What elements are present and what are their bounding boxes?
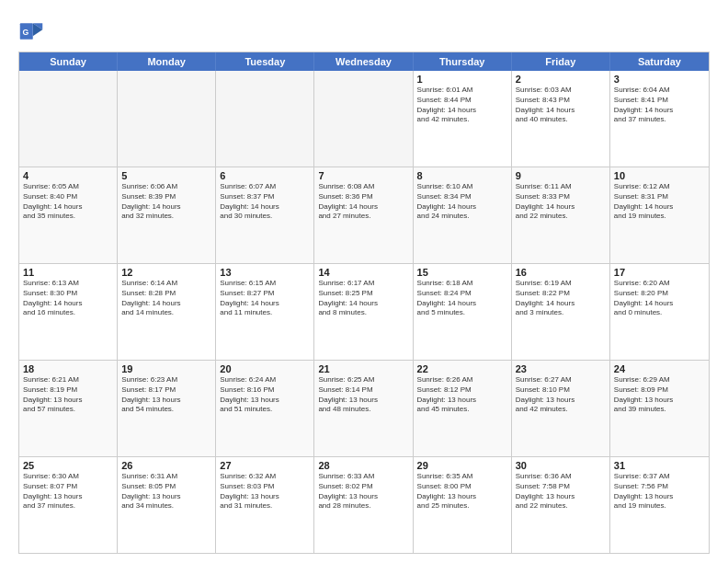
calendar-row-3: 11Sunrise: 6:13 AM Sunset: 8:30 PM Dayli… (19, 263, 709, 360)
calendar-row-1: 1Sunrise: 6:01 AM Sunset: 8:44 PM Daylig… (19, 71, 709, 167)
day-info: Sunrise: 6:03 AM Sunset: 8:43 PM Dayligh… (516, 86, 606, 125)
day-number: 16 (516, 267, 606, 278)
day-number: 29 (417, 460, 507, 471)
day-number: 12 (121, 267, 211, 278)
header-day-thursday: Thursday (414, 52, 512, 71)
calendar-cell: 24Sunrise: 6:29 AM Sunset: 8:09 PM Dayli… (610, 361, 709, 456)
day-info: Sunrise: 6:14 AM Sunset: 8:28 PM Dayligh… (121, 279, 211, 318)
day-info: Sunrise: 6:06 AM Sunset: 8:39 PM Dayligh… (121, 182, 211, 222)
calendar-cell: 28Sunrise: 6:33 AM Sunset: 8:02 PM Dayli… (314, 457, 413, 553)
calendar-cell: 20Sunrise: 6:24 AM Sunset: 8:16 PM Dayli… (216, 361, 314, 456)
calendar-cell: 30Sunrise: 6:36 AM Sunset: 7:58 PM Dayli… (512, 457, 610, 553)
day-info: Sunrise: 6:33 AM Sunset: 8:02 PM Dayligh… (318, 472, 408, 511)
header-day-sunday: Sunday (19, 52, 118, 71)
day-info: Sunrise: 6:10 AM Sunset: 8:34 PM Dayligh… (417, 182, 507, 222)
day-number: 3 (614, 74, 705, 85)
page: G SundayMondayTuesdayWednesdayThursdayFr… (0, 0, 728, 563)
day-number: 13 (220, 267, 310, 278)
day-info: Sunrise: 6:08 AM Sunset: 8:36 PM Dayligh… (318, 182, 408, 222)
calendar-cell: 14Sunrise: 6:17 AM Sunset: 8:25 PM Dayli… (314, 264, 413, 360)
header-day-saturday: Saturday (610, 52, 709, 71)
day-info: Sunrise: 6:01 AM Sunset: 8:44 PM Dayligh… (417, 86, 507, 125)
calendar-cell (118, 71, 216, 167)
day-number: 22 (417, 363, 507, 374)
calendar-cell: 10Sunrise: 6:12 AM Sunset: 8:31 PM Dayli… (610, 167, 709, 263)
day-number: 21 (318, 363, 408, 374)
day-info: Sunrise: 6:15 AM Sunset: 8:27 PM Dayligh… (220, 279, 310, 318)
day-info: Sunrise: 6:37 AM Sunset: 7:56 PM Dayligh… (614, 472, 705, 511)
calendar-cell: 11Sunrise: 6:13 AM Sunset: 8:30 PM Dayli… (19, 264, 118, 360)
header: G (18, 15, 710, 44)
calendar-row-5: 25Sunrise: 6:30 AM Sunset: 8:07 PM Dayli… (19, 456, 709, 553)
day-number: 9 (516, 170, 606, 181)
day-number: 18 (23, 363, 113, 374)
day-info: Sunrise: 6:36 AM Sunset: 7:58 PM Dayligh… (516, 472, 606, 511)
day-number: 14 (318, 267, 408, 278)
logo-icon: G (18, 18, 44, 44)
day-info: Sunrise: 6:31 AM Sunset: 8:05 PM Dayligh… (121, 472, 211, 511)
header-day-friday: Friday (512, 52, 610, 71)
calendar-cell: 5Sunrise: 6:06 AM Sunset: 8:39 PM Daylig… (118, 167, 216, 263)
calendar-cell: 3Sunrise: 6:04 AM Sunset: 8:41 PM Daylig… (610, 71, 709, 167)
day-info: Sunrise: 6:21 AM Sunset: 8:19 PM Dayligh… (23, 375, 113, 415)
calendar-cell: 13Sunrise: 6:15 AM Sunset: 8:27 PM Dayli… (216, 264, 314, 360)
day-number: 20 (220, 363, 310, 374)
calendar-cell: 1Sunrise: 6:01 AM Sunset: 8:44 PM Daylig… (414, 71, 512, 167)
calendar-cell (19, 71, 118, 167)
day-number: 4 (23, 170, 113, 181)
calendar-cell: 8Sunrise: 6:10 AM Sunset: 8:34 PM Daylig… (414, 167, 512, 263)
day-number: 5 (121, 170, 211, 181)
header-day-wednesday: Wednesday (314, 52, 413, 71)
day-number: 1 (417, 74, 507, 85)
calendar-cell: 19Sunrise: 6:23 AM Sunset: 8:17 PM Dayli… (118, 361, 216, 456)
day-info: Sunrise: 6:13 AM Sunset: 8:30 PM Dayligh… (23, 279, 113, 318)
day-number: 25 (23, 460, 113, 471)
day-number: 31 (614, 460, 705, 471)
calendar-cell: 12Sunrise: 6:14 AM Sunset: 8:28 PM Dayli… (118, 264, 216, 360)
day-info: Sunrise: 6:17 AM Sunset: 8:25 PM Dayligh… (318, 279, 408, 318)
day-info: Sunrise: 6:12 AM Sunset: 8:31 PM Dayligh… (614, 182, 705, 222)
calendar-cell: 15Sunrise: 6:18 AM Sunset: 8:24 PM Dayli… (414, 264, 512, 360)
calendar-cell: 2Sunrise: 6:03 AM Sunset: 8:43 PM Daylig… (512, 71, 610, 167)
calendar: SundayMondayTuesdayWednesdayThursdayFrid… (18, 52, 710, 554)
day-number: 27 (220, 460, 310, 471)
calendar-cell: 23Sunrise: 6:27 AM Sunset: 8:10 PM Dayli… (512, 361, 610, 456)
header-day-tuesday: Tuesday (216, 52, 314, 71)
day-info: Sunrise: 6:32 AM Sunset: 8:03 PM Dayligh… (220, 472, 310, 511)
calendar-cell: 21Sunrise: 6:25 AM Sunset: 8:14 PM Dayli… (314, 361, 413, 456)
calendar-cell: 6Sunrise: 6:07 AM Sunset: 8:37 PM Daylig… (216, 167, 314, 263)
calendar-cell: 29Sunrise: 6:35 AM Sunset: 8:00 PM Dayli… (414, 457, 512, 553)
day-info: Sunrise: 6:35 AM Sunset: 8:00 PM Dayligh… (417, 472, 507, 511)
day-number: 11 (23, 267, 113, 278)
day-info: Sunrise: 6:20 AM Sunset: 8:20 PM Dayligh… (614, 279, 705, 318)
day-number: 8 (417, 170, 507, 181)
day-info: Sunrise: 6:19 AM Sunset: 8:22 PM Dayligh… (516, 279, 606, 318)
calendar-row-2: 4Sunrise: 6:05 AM Sunset: 8:40 PM Daylig… (19, 167, 709, 263)
day-info: Sunrise: 6:04 AM Sunset: 8:41 PM Dayligh… (614, 86, 705, 125)
day-info: Sunrise: 6:26 AM Sunset: 8:12 PM Dayligh… (417, 375, 507, 415)
svg-text:G: G (22, 28, 28, 37)
day-number: 10 (614, 170, 705, 181)
calendar-cell: 31Sunrise: 6:37 AM Sunset: 7:56 PM Dayli… (610, 457, 709, 553)
calendar-cell: 4Sunrise: 6:05 AM Sunset: 8:40 PM Daylig… (19, 167, 118, 263)
day-number: 6 (220, 170, 310, 181)
day-number: 23 (516, 363, 606, 374)
header-day-monday: Monday (118, 52, 216, 71)
calendar-header: SundayMondayTuesdayWednesdayThursdayFrid… (19, 52, 709, 71)
day-info: Sunrise: 6:30 AM Sunset: 8:07 PM Dayligh… (23, 472, 113, 511)
day-info: Sunrise: 6:11 AM Sunset: 8:33 PM Dayligh… (516, 182, 606, 222)
calendar-cell: 18Sunrise: 6:21 AM Sunset: 8:19 PM Dayli… (19, 361, 118, 456)
day-number: 30 (516, 460, 606, 471)
day-number: 26 (121, 460, 211, 471)
calendar-cell: 22Sunrise: 6:26 AM Sunset: 8:12 PM Dayli… (414, 361, 512, 456)
day-info: Sunrise: 6:27 AM Sunset: 8:10 PM Dayligh… (516, 375, 606, 415)
calendar-cell: 7Sunrise: 6:08 AM Sunset: 8:36 PM Daylig… (314, 167, 413, 263)
day-info: Sunrise: 6:24 AM Sunset: 8:16 PM Dayligh… (220, 375, 310, 415)
calendar-cell: 16Sunrise: 6:19 AM Sunset: 8:22 PM Dayli… (512, 264, 610, 360)
day-info: Sunrise: 6:23 AM Sunset: 8:17 PM Dayligh… (121, 375, 211, 415)
day-number: 19 (121, 363, 211, 374)
logo: G (18, 18, 48, 44)
day-number: 2 (516, 74, 606, 85)
calendar-row-4: 18Sunrise: 6:21 AM Sunset: 8:19 PM Dayli… (19, 360, 709, 456)
day-info: Sunrise: 6:25 AM Sunset: 8:14 PM Dayligh… (318, 375, 408, 415)
